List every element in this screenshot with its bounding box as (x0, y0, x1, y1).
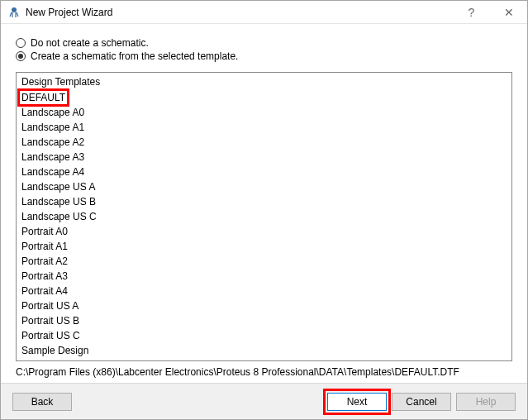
list-item-label: Landscape A4 (21, 165, 84, 179)
list-item[interactable]: Portrait US C (20, 329, 508, 342)
list-item[interactable]: Landscape A0 (20, 106, 508, 119)
list-item[interactable]: Sample Design (20, 344, 508, 357)
list-item-label: Portrait A0 (21, 225, 68, 238)
list-item-label: Portrait A3 (21, 270, 68, 283)
template-listbox[interactable]: Design Templates DEFAULTLandscape A0Land… (16, 72, 512, 361)
list-item[interactable]: Landscape US B (20, 195, 508, 208)
radio-from-template[interactable]: Create a schematic from the selected tem… (16, 50, 512, 62)
list-item[interactable]: Landscape US C (20, 210, 508, 223)
list-item-label: Landscape US A (21, 180, 95, 193)
help-button[interactable]: Help (456, 393, 516, 411)
list-item[interactable]: Portrait A0 (20, 225, 508, 238)
back-button[interactable]: Back (12, 393, 72, 411)
svg-point-0 (12, 7, 17, 12)
list-item-label: Landscape US B (21, 195, 96, 208)
list-item-label: Landscape A1 (21, 121, 84, 134)
list-item-label: Landscape A0 (21, 106, 84, 119)
cancel-button[interactable]: Cancel (392, 393, 451, 411)
list-item[interactable]: Landscape A2 (20, 136, 508, 149)
list-item[interactable]: DEFAULT (20, 91, 508, 104)
app-icon (7, 6, 21, 19)
list-item-label: Portrait A1 (21, 240, 68, 253)
help-control[interactable]: ? (453, 1, 490, 23)
list-item[interactable]: Portrait US A (20, 299, 508, 313)
list-item[interactable]: Landscape A4 (20, 165, 508, 179)
list-item[interactable]: Landscape A3 (20, 150, 508, 164)
list-item[interactable]: Portrait A2 (20, 255, 508, 268)
list-item-label: Portrait US B (21, 314, 79, 327)
template-path: C:\Program Files (x86)\Labcenter Electro… (16, 366, 512, 378)
titlebar: New Project Wizard ? ✕ (1, 1, 527, 24)
list-item[interactable]: Landscape US A (20, 180, 508, 193)
window-controls: ? ✕ (453, 1, 527, 23)
wizard-window: New Project Wizard ? ✕ Do not create a s… (0, 0, 528, 420)
close-control[interactable]: ✕ (490, 1, 527, 23)
list-item-label: Landscape A3 (21, 150, 84, 164)
list-item-label: DEFAULT (20, 91, 67, 104)
radio-no-schematic[interactable]: Do not create a schematic. (16, 37, 512, 49)
list-header: Design Templates (20, 74, 508, 89)
list-item[interactable]: Portrait A4 (20, 284, 508, 298)
list-item[interactable]: Portrait A3 (20, 270, 508, 283)
list-item-label: Portrait US A (21, 299, 78, 313)
button-bar: Back Next Cancel Help (1, 383, 527, 419)
next-button[interactable]: Next (327, 393, 387, 411)
window-title: New Project Wizard (26, 7, 453, 18)
list-item[interactable]: Portrait US B (20, 314, 508, 327)
list-item-label: Landscape A2 (21, 136, 84, 149)
list-item[interactable]: Portrait A1 (20, 240, 508, 253)
wizard-body: Do not create a schematic. Create a sche… (1, 24, 527, 383)
radio-icon (16, 51, 26, 61)
radio-icon (16, 38, 26, 48)
list-item-label: Landscape US C (21, 210, 97, 223)
radio-from-template-label: Create a schematic from the selected tem… (31, 50, 238, 62)
list-item-label: Sample Design (21, 344, 88, 357)
list-item[interactable]: Landscape A1 (20, 121, 508, 134)
list-item-label: Portrait A4 (21, 284, 68, 298)
list-item-label: Portrait US C (21, 329, 80, 342)
list-item-label: Portrait A2 (21, 255, 68, 268)
radio-no-schematic-label: Do not create a schematic. (31, 37, 149, 49)
